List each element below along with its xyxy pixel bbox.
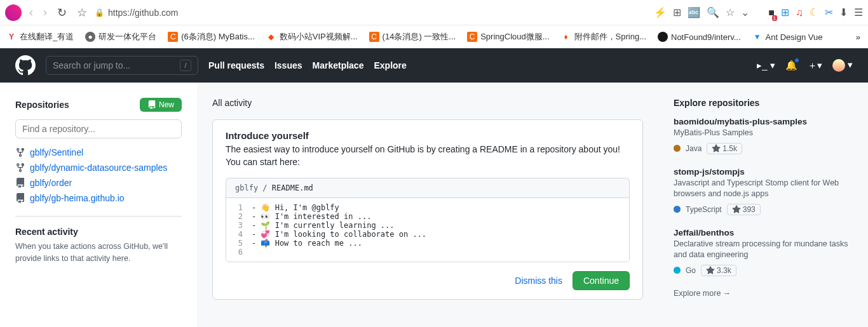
repositories-title: Repositories [15, 100, 69, 110]
bookmark-item[interactable]: NotFound9/interv... [658, 31, 741, 43]
favicon-icon: ♦ [561, 32, 571, 42]
repo-link[interactable]: gblfy/dynamic-datasource-samples [30, 163, 167, 173]
favicon-icon: ● [85, 32, 95, 42]
extension-icon[interactable]: ♫ [796, 7, 803, 18]
explore-repo-item: stomp-js/stompjs Javascript and Typescri… [674, 167, 853, 215]
bookmark-item[interactable]: C(14条消息) 一致性... [369, 31, 456, 43]
nav-link[interactable]: Marketplace [313, 60, 364, 70]
explore-repo-name[interactable]: stomp-js/stompjs [674, 167, 853, 177]
explore-repo-item: Jeffail/benthos Declarative stream proce… [674, 228, 853, 276]
create-new-icon[interactable]: ＋▾ [808, 60, 822, 72]
toolbar-icon[interactable]: 🔤 [688, 6, 700, 18]
favicon-icon [658, 32, 668, 42]
toolbar-icon[interactable]: ⊞ [673, 6, 681, 18]
bookmarks-overflow-icon[interactable]: » [856, 32, 860, 42]
repo-item: gblfy/gb-heima.github.io [15, 193, 182, 203]
dismiss-link[interactable]: Dismiss this [515, 276, 562, 286]
readme-path: gblfy / README.md [226, 178, 630, 197]
star-button[interactable]: 1.5k [707, 143, 742, 154]
lang-label: Go [686, 266, 696, 275]
favicon-icon: Y [6, 32, 17, 42]
find-repository-input[interactable] [15, 119, 182, 138]
recent-activity-text: When you take actions across GitHub, we'… [15, 241, 182, 265]
search-placeholder: Search or jump to... [53, 60, 130, 70]
right-sidebar: Explore repositories baomidou/mybatis-pl… [658, 83, 868, 327]
bookmark-item[interactable]: ▼Ant Design Vue [752, 31, 823, 43]
bookmarks-bar: Y在线翻译_有道●研发一体化平台C(6条消息) MyBatis...◆数码小站V… [0, 25, 868, 48]
toolbar-icon[interactable]: ⌄ [741, 6, 749, 18]
lang-label: Java [686, 144, 702, 153]
repo-item: gblfy/order [15, 178, 182, 188]
lang-dot-icon [674, 206, 681, 213]
all-activity-title: All activity [212, 98, 643, 108]
extension-icon[interactable]: ☾ [810, 6, 818, 18]
lang-label: TypeScript [686, 205, 722, 214]
star-button[interactable]: 393 [727, 204, 761, 215]
bookmark-item[interactable]: CSpringCloud微服... [467, 31, 549, 43]
back-icon: ‹ [27, 6, 36, 19]
github-logo-icon[interactable] [15, 55, 36, 76]
continue-button[interactable]: Continue [573, 271, 630, 290]
address-bar[interactable]: 🔒 https://github.com [95, 8, 179, 18]
toolbar-icon[interactable]: 🔍 [707, 6, 719, 18]
nav-link[interactable]: Issues [275, 60, 302, 70]
intro-text: The easiest way to introduce yourself on… [226, 143, 630, 169]
notifications-icon[interactable]: 🔔 [785, 60, 797, 71]
user-menu[interactable]: ▾ [832, 59, 853, 72]
favicon-icon: C [467, 32, 477, 42]
extension-icon[interactable]: ⊞ [781, 6, 789, 18]
github-header: Search or jump to... / Pull requestsIssu… [0, 48, 868, 83]
explore-repo-desc: MyBatis-Plus Samples [674, 128, 853, 139]
forward-icon: › [41, 6, 50, 19]
extension-icon[interactable]: ☰ [854, 6, 863, 18]
new-repo-button[interactable]: New [140, 98, 182, 112]
search-input[interactable]: Search or jump to... / [46, 56, 198, 75]
explore-repo-name[interactable]: baomidou/mybatis-plus-samples [674, 117, 853, 126]
repo-item: gblfy/Sentinel [15, 147, 182, 157]
explore-repo-desc: Declarative stream processing for mundan… [674, 239, 853, 261]
reload-icon[interactable]: ↻ [55, 6, 69, 20]
nav-link[interactable]: Explore [374, 60, 406, 70]
toolbar-icon[interactable]: ☆ [726, 6, 735, 18]
favicon-icon: C [369, 32, 379, 42]
bookmark-item[interactable]: ◆数码小站VIP视频解... [266, 31, 358, 43]
explore-title: Explore repositories [674, 98, 853, 108]
favicon-icon: C [168, 32, 178, 42]
repo-link[interactable]: gblfy/order [30, 178, 72, 188]
repo-icon [147, 100, 156, 109]
lock-icon: 🔒 [95, 8, 104, 17]
slash-key-icon: / [180, 60, 191, 71]
bookmark-item[interactable]: Y在线翻译_有道 [6, 31, 74, 43]
extension-icon[interactable]: ■1 [768, 7, 775, 18]
lang-dot-icon [674, 267, 681, 274]
favorite-icon[interactable]: ☆ [74, 6, 90, 20]
favicon-icon: ◆ [266, 32, 276, 42]
explore-more-link[interactable]: Explore more → [674, 289, 853, 298]
bookmark-item[interactable]: C(6条消息) MyBatis... [168, 31, 255, 43]
extension-icon[interactable]: ⬇ [839, 6, 848, 18]
left-sidebar: Repositories New gblfy/Sentinelgblfy/dyn… [0, 83, 197, 327]
explore-repo-desc: Javascript and Typescript Stomp client f… [674, 178, 853, 200]
recent-activity-title: Recent activity [15, 227, 182, 237]
extension-icon[interactable]: ✂ [825, 6, 833, 18]
command-palette-icon[interactable]: ▸_ ▾ [757, 60, 775, 71]
bookmark-item[interactable]: ●研发一体化平台 [85, 31, 156, 43]
nav-link[interactable]: Pull requests [208, 60, 264, 70]
bookmark-item[interactable]: ♦附件邮件，Spring... [561, 31, 646, 43]
repo-link[interactable]: gblfy/Sentinel [30, 147, 83, 157]
readme-editor[interactable]: 1- 👋 Hi, I'm @gblfy2- 👀 I'm interested i… [226, 197, 630, 262]
star-button[interactable]: 3.3k [701, 265, 736, 276]
main-content: All activity Introduce yourself The easi… [197, 83, 658, 327]
repo-link[interactable]: gblfy/gb-heima.github.io [30, 193, 125, 203]
browser-toolbar: ‹ › ↻ ☆ 🔒 https://github.com ⚡⊞🔤🔍☆⌄■1⊞♫☾… [0, 0, 868, 25]
repo-item: gblfy/dynamic-datasource-samples [15, 163, 182, 173]
profile-avatar-icon[interactable] [5, 4, 22, 21]
lang-dot-icon [674, 145, 681, 152]
url-text: https://github.com [108, 8, 179, 18]
explore-repo-name[interactable]: Jeffail/benthos [674, 228, 853, 237]
explore-repo-item: baomidou/mybatis-plus-samples MyBatis-Pl… [674, 117, 853, 154]
introduce-yourself-box: Introduce yourself The easiest way to in… [212, 119, 643, 300]
favicon-icon: ▼ [752, 32, 763, 42]
intro-title: Introduce yourself [226, 130, 630, 141]
toolbar-icon[interactable]: ⚡ [654, 6, 667, 18]
